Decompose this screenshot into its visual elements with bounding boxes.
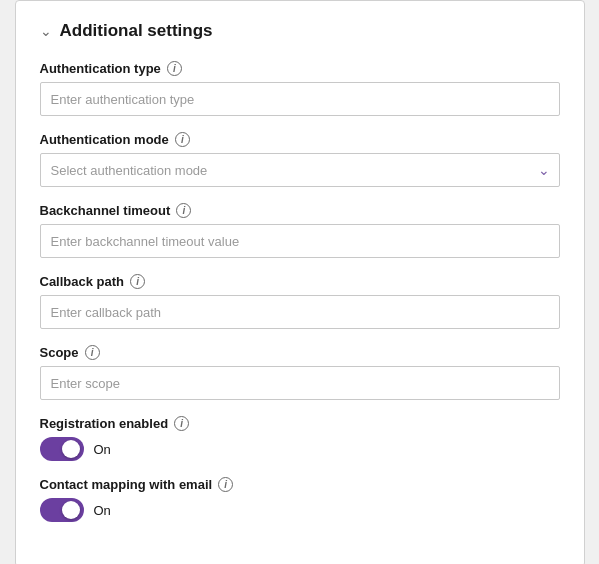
- registration-enabled-toggle[interactable]: [40, 437, 84, 461]
- registration-enabled-info-icon[interactable]: i: [174, 416, 189, 431]
- scope-info-icon[interactable]: i: [85, 345, 100, 360]
- authentication-type-group: Authentication type i: [40, 61, 560, 116]
- scope-input[interactable]: [40, 366, 560, 400]
- authentication-mode-select[interactable]: Select authentication mode: [40, 153, 560, 187]
- contact-mapping-info-icon[interactable]: i: [218, 477, 233, 492]
- collapse-chevron-icon[interactable]: ⌄: [40, 23, 52, 39]
- backchannel-timeout-group: Backchannel timeout i: [40, 203, 560, 258]
- registration-enabled-toggle-label: On: [94, 442, 111, 457]
- backchannel-timeout-label: Backchannel timeout i: [40, 203, 560, 218]
- callback-path-info-icon[interactable]: i: [130, 274, 145, 289]
- authentication-mode-info-icon[interactable]: i: [175, 132, 190, 147]
- authentication-mode-group: Authentication mode i Select authenticat…: [40, 132, 560, 187]
- authentication-mode-select-wrapper: Select authentication mode ⌄: [40, 153, 560, 187]
- backchannel-timeout-info-icon[interactable]: i: [176, 203, 191, 218]
- scope-label: Scope i: [40, 345, 560, 360]
- contact-mapping-label: Contact mapping with email i: [40, 477, 560, 492]
- registration-enabled-label: Registration enabled i: [40, 416, 560, 431]
- scope-group: Scope i: [40, 345, 560, 400]
- registration-enabled-toggle-row: On: [40, 437, 560, 461]
- additional-settings-card: ⌄ Additional settings Authentication typ…: [15, 0, 585, 564]
- section-title: Additional settings: [60, 21, 213, 41]
- contact-mapping-toggle-row: On: [40, 498, 560, 522]
- backchannel-timeout-input[interactable]: [40, 224, 560, 258]
- contact-mapping-group: Contact mapping with email i On: [40, 477, 560, 522]
- authentication-type-label: Authentication type i: [40, 61, 560, 76]
- authentication-mode-label: Authentication mode i: [40, 132, 560, 147]
- callback-path-label: Callback path i: [40, 274, 560, 289]
- contact-mapping-toggle[interactable]: [40, 498, 84, 522]
- registration-enabled-group: Registration enabled i On: [40, 416, 560, 461]
- authentication-type-input[interactable]: [40, 82, 560, 116]
- callback-path-input[interactable]: [40, 295, 560, 329]
- authentication-type-info-icon[interactable]: i: [167, 61, 182, 76]
- callback-path-group: Callback path i: [40, 274, 560, 329]
- section-header: ⌄ Additional settings: [40, 21, 560, 41]
- contact-mapping-toggle-label: On: [94, 503, 111, 518]
